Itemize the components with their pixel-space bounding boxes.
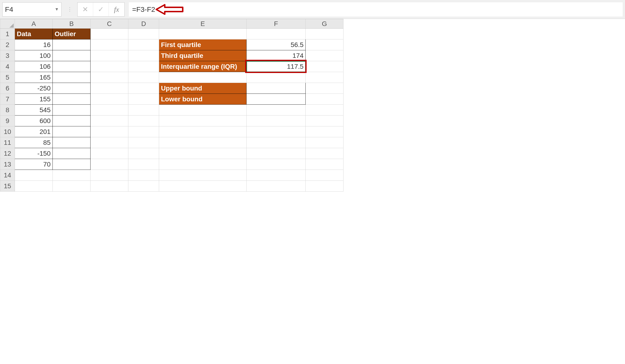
cell-E5[interactable]: [159, 72, 247, 83]
cell-G1[interactable]: [306, 28, 344, 39]
cell-B6[interactable]: [53, 83, 91, 94]
cell-C5[interactable]: [91, 72, 128, 83]
formula-input[interactable]: =F3-F2: [129, 2, 623, 17]
cell-G6[interactable]: [306, 83, 344, 94]
cell-F14[interactable]: [247, 170, 306, 181]
cell-D1[interactable]: [128, 28, 159, 39]
cell-C13[interactable]: [91, 159, 128, 170]
cell-C14[interactable]: [91, 170, 128, 181]
cell-A4[interactable]: 106: [15, 61, 53, 72]
cell-C1[interactable]: [91, 28, 128, 39]
cell-C8[interactable]: [91, 105, 128, 115]
cell-B4[interactable]: [53, 61, 91, 72]
cell-A13[interactable]: 70: [15, 159, 53, 170]
cell-C9[interactable]: [91, 115, 128, 126]
cell-G9[interactable]: [306, 115, 344, 126]
cell-B11[interactable]: [53, 137, 91, 148]
cell-G7[interactable]: [306, 94, 344, 105]
cell-B5[interactable]: [53, 72, 91, 83]
cell-F7[interactable]: [247, 94, 306, 105]
name-box[interactable]: F4 ▼: [2, 2, 62, 17]
cell-G3[interactable]: [306, 50, 344, 61]
cell-A5[interactable]: 165: [15, 72, 53, 83]
cell-E1[interactable]: [159, 28, 247, 39]
col-header-G[interactable]: G: [306, 19, 344, 28]
cell-E6[interactable]: Upper bound: [159, 83, 247, 94]
cell-A6[interactable]: -250: [15, 83, 53, 94]
cell-D12[interactable]: [128, 148, 159, 159]
cell-A9[interactable]: 600: [15, 115, 53, 126]
cell-F8[interactable]: [247, 105, 306, 115]
cell-E12[interactable]: [159, 148, 247, 159]
cell-A12[interactable]: -150: [15, 148, 53, 159]
row-header-1[interactable]: 1: [0, 28, 15, 39]
cell-G4[interactable]: [306, 61, 344, 72]
row-header-13[interactable]: 13: [0, 159, 15, 170]
col-header-A[interactable]: A: [15, 19, 53, 28]
cell-E8[interactable]: [159, 105, 247, 115]
cell-B14[interactable]: [53, 170, 91, 181]
cell-F1[interactable]: [247, 28, 306, 39]
cell-E14[interactable]: [159, 170, 247, 181]
cell-F10[interactable]: [247, 126, 306, 137]
cell-F6[interactable]: [247, 83, 306, 94]
cell-G2[interactable]: [306, 39, 344, 50]
cell-B9[interactable]: [53, 115, 91, 126]
cell-G8[interactable]: [306, 105, 344, 115]
row-header-2[interactable]: 2: [0, 39, 15, 50]
cell-G11[interactable]: [306, 137, 344, 148]
row-header-8[interactable]: 8: [0, 105, 15, 115]
cell-E3[interactable]: Third quartile: [159, 50, 247, 61]
cell-D3[interactable]: [128, 50, 159, 61]
chevron-down-icon[interactable]: ▼: [55, 7, 59, 12]
cell-F12[interactable]: [247, 148, 306, 159]
row-header-6[interactable]: 6: [0, 83, 15, 94]
cell-A14[interactable]: [15, 170, 53, 181]
cell-F13[interactable]: [247, 159, 306, 170]
cell-D4[interactable]: [128, 61, 159, 72]
col-header-E[interactable]: E: [159, 19, 247, 28]
cell-C7[interactable]: [91, 94, 128, 105]
cell-F9[interactable]: [247, 115, 306, 126]
cell-E11[interactable]: [159, 137, 247, 148]
cell-D2[interactable]: [128, 39, 159, 50]
enter-button[interactable]: ✓: [93, 2, 109, 16]
cell-C10[interactable]: [91, 126, 128, 137]
cell-B8[interactable]: [53, 105, 91, 115]
cell-E2[interactable]: First quartile: [159, 39, 247, 50]
cell-F3[interactable]: 174: [247, 50, 306, 61]
row-header-7[interactable]: 7: [0, 94, 15, 105]
spreadsheet-grid[interactable]: ABCDEFG 1DataOutlier216First quartile56.…: [0, 19, 625, 192]
row-header-5[interactable]: 5: [0, 72, 15, 83]
cell-D11[interactable]: [128, 137, 159, 148]
row-header-9[interactable]: 9: [0, 115, 15, 126]
cell-A2[interactable]: 16: [15, 39, 53, 50]
cell-E13[interactable]: [159, 159, 247, 170]
cell-F4[interactable]: 117.5: [247, 61, 306, 72]
cell-E15[interactable]: [159, 181, 247, 192]
cell-B3[interactable]: [53, 50, 91, 61]
cell-A11[interactable]: 85: [15, 137, 53, 148]
cell-D6[interactable]: [128, 83, 159, 94]
cell-B13[interactable]: [53, 159, 91, 170]
cell-F15[interactable]: [247, 181, 306, 192]
cell-B12[interactable]: [53, 148, 91, 159]
row-header-12[interactable]: 12: [0, 148, 15, 159]
col-header-C[interactable]: C: [91, 19, 128, 28]
cell-D13[interactable]: [128, 159, 159, 170]
insert-function-button[interactable]: fx: [109, 2, 124, 16]
cell-D14[interactable]: [128, 170, 159, 181]
cell-C11[interactable]: [91, 137, 128, 148]
cell-C3[interactable]: [91, 50, 128, 61]
cell-B2[interactable]: [53, 39, 91, 50]
cell-A15[interactable]: [15, 181, 53, 192]
cell-C2[interactable]: [91, 39, 128, 50]
col-header-B[interactable]: B: [53, 19, 91, 28]
row-header-14[interactable]: 14: [0, 170, 15, 181]
cell-D8[interactable]: [128, 105, 159, 115]
cell-D15[interactable]: [128, 181, 159, 192]
cell-B1[interactable]: Outlier: [53, 28, 91, 39]
cell-F11[interactable]: [247, 137, 306, 148]
cell-E10[interactable]: [159, 126, 247, 137]
cell-G10[interactable]: [306, 126, 344, 137]
